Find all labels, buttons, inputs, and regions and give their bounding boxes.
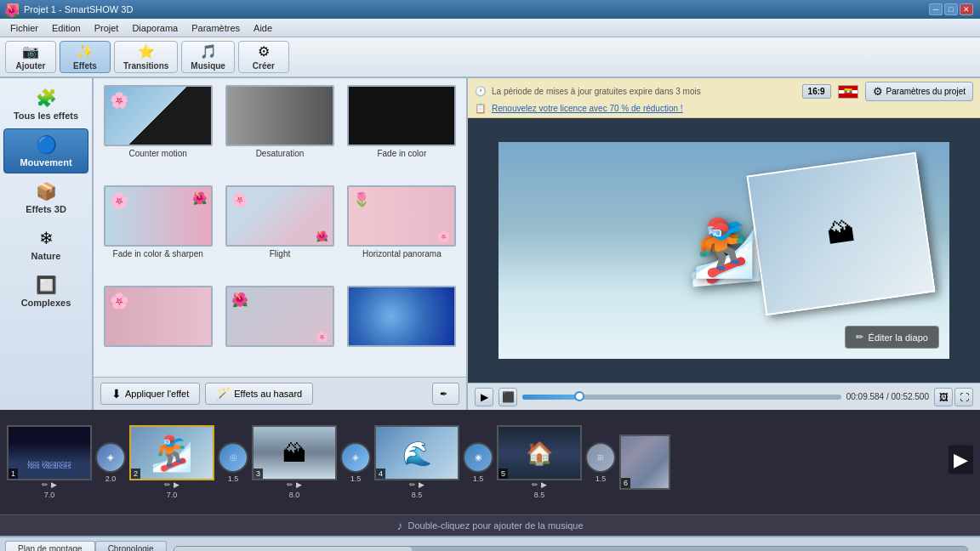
effect-flight[interactable]: 🌸 🌺 Flight: [222, 185, 337, 279]
params-label: Paramètres du projet: [886, 87, 966, 96]
transition-3[interactable]: ◈ 1.5: [339, 442, 373, 483]
notif-link[interactable]: Renouvelez votre licence avec 70 % de ré…: [492, 104, 683, 113]
slide-icons-1: ✏ ▶: [42, 480, 57, 489]
mouvement-icon: 🔵: [36, 134, 57, 155]
transition-icon-1: ◈: [107, 452, 114, 462]
thumbnail-view-button[interactable]: 🖼: [934, 388, 953, 406]
menubar: Fichier Edition Projet Diaporama Paramèt…: [0, 19, 980, 37]
transition-icon-4: ◉: [475, 452, 482, 462]
slide-thumb-3: 🏔 3: [252, 425, 337, 480]
menu-edition[interactable]: Edition: [45, 21, 88, 35]
category-mouvement[interactable]: 🔵 Mouvement: [3, 128, 88, 173]
transition-4[interactable]: ◉ 1.5: [461, 442, 495, 483]
slide-duration-5: 8.5: [534, 491, 545, 499]
category-nature[interactable]: ❄ Nature: [3, 222, 88, 267]
creer-button[interactable]: ⚙ Créer: [238, 41, 289, 73]
effect-fade-color[interactable]: Fade in color: [345, 85, 459, 179]
effect-name-desat: Desaturation: [256, 149, 305, 158]
bottom-tabs: Plan de montage Chronologie: [0, 536, 980, 551]
transition-icon-3: ◈: [352, 452, 359, 462]
category-complexes[interactable]: 🔲 Complexes: [3, 269, 88, 314]
random-icon: 🪄: [216, 387, 231, 400]
menu-parametres[interactable]: Paramètres: [185, 21, 247, 35]
slide-meta-1: ✏ ▶: [42, 480, 57, 489]
slide-item-3[interactable]: 🏔 3 ✏ ▶ 8.0: [252, 425, 337, 499]
ajouter-button[interactable]: 📷 Ajouter: [5, 41, 56, 73]
clear-effect-button[interactable]: ✒: [432, 383, 459, 405]
slide-duration-2: 7.0: [167, 491, 178, 499]
preview-image: 🏂 🏔 ✏ Éditer la diapo: [499, 142, 949, 359]
slide-icons-4: ✏ ▶: [409, 480, 424, 489]
effect-horizontal[interactable]: 🌷 🌸 Horizontal panorama: [345, 185, 459, 279]
effect-counter-motion[interactable]: 🌸 Counter motion: [100, 85, 215, 179]
slide-item-4[interactable]: 🌊 4 ✏ ▶ 8.5: [374, 425, 459, 499]
slide-item-5[interactable]: 🏠 5 ✏ ▶ 8.5: [497, 425, 582, 499]
fullscreen-button[interactable]: ⛶: [954, 388, 973, 406]
effect-fade-sharpen[interactable]: 🌸 🌺 Fade in color & sharpen: [100, 185, 215, 279]
musique-label: Musique: [191, 61, 225, 71]
ratio-button[interactable]: 16:9: [802, 84, 831, 99]
window-controls: ─ □ ✕: [929, 3, 973, 15]
transitions-button[interactable]: ⭐ Transitions: [114, 41, 178, 73]
creer-icon: ⚙: [258, 43, 270, 60]
tous-icon: 🧩: [36, 88, 57, 108]
category-tous[interactable]: 🧩 Tous les effets: [3, 82, 88, 127]
complexes-label: Complexes: [21, 298, 71, 308]
transition-1[interactable]: ◈ 2.0: [94, 442, 128, 483]
slide-image-4: 🌊: [402, 439, 432, 467]
effect-row3c[interactable]: ✦: [345, 286, 459, 370]
effets-button[interactable]: ✨ Effets: [60, 41, 111, 73]
menu-diaporama[interactable]: Diaporama: [125, 21, 185, 35]
transition-duration-4: 1.5: [473, 474, 484, 483]
close-button[interactable]: ✕: [960, 3, 973, 15]
params-button[interactable]: ⚙ Paramètres du projet: [865, 82, 973, 101]
progress-bar[interactable]: [522, 395, 841, 400]
mouvement-label: Mouvement: [20, 157, 71, 168]
tab-plan-montage[interactable]: Plan de montage: [5, 541, 95, 551]
music-text: Double-cliquez pour ajouter de la musiqu…: [407, 520, 583, 531]
maximize-button[interactable]: □: [944, 3, 958, 15]
music-bar[interactable]: ♪ Double-cliquez pour ajouter de la musi…: [0, 514, 980, 536]
transition-thumb-5: ⊞: [585, 442, 616, 473]
play-button[interactable]: ▶: [475, 388, 493, 406]
edit-diapo-button[interactable]: ✏ Éditer la diapo: [845, 326, 939, 349]
category-effets3d[interactable]: 📦 Effets 3D: [3, 175, 88, 220]
slide-thumb-6: 6: [619, 435, 670, 490]
slide-item-1[interactable]: Nos Vacances 1 ✏ ▶ 7.0: [7, 425, 92, 499]
apply-effect-button[interactable]: ⬇ Appliquer l'effet: [100, 383, 200, 405]
slide-thumb-4: 🌊 4: [374, 425, 459, 480]
preview-area: 🏂 🏔 ✏ Éditer la diapo: [468, 118, 980, 383]
timeline-area: Nos Vacances 1 ✏ ▶ 7.0 ◈ 2.0 🏂 2: [0, 410, 980, 536]
photo-overlay: 🏔: [747, 152, 936, 315]
slide-number-4: 4: [376, 469, 385, 479]
slide-duration-4: 8.5: [412, 491, 423, 499]
tab-chronologie[interactable]: Chronologie: [95, 541, 167, 551]
transition-duration-5: 1.5: [595, 474, 607, 483]
slide-meta-2: ✏ ▶: [164, 480, 179, 489]
minimize-button[interactable]: ─: [929, 3, 943, 15]
slide-meta-5: ✏ ▶: [532, 480, 547, 489]
menu-projet[interactable]: Projet: [88, 21, 126, 35]
ajouter-label: Ajouter: [16, 61, 46, 71]
menu-aide[interactable]: Aide: [247, 21, 279, 35]
transition-thumb-2: ◎: [218, 442, 248, 473]
transition-thumb-1: ◈: [95, 442, 126, 473]
slide-number-1: 1: [9, 469, 18, 479]
slide-item-6[interactable]: 6: [619, 435, 670, 490]
notif-text-1: La période de mises à jour gratuites exp…: [492, 87, 701, 96]
effect-row3a[interactable]: 🌸: [100, 286, 215, 370]
next-slide-arrow[interactable]: ▶: [949, 445, 973, 474]
slide-item-2[interactable]: 🏂 2 ✏ ▶ 7.0: [129, 425, 214, 499]
stop-button[interactable]: ⬛: [499, 388, 517, 406]
transitions-label: Transitions: [123, 61, 168, 71]
transition-5[interactable]: ⊞ 1.5: [584, 442, 618, 483]
effect-row3b[interactable]: 🌺 🌸: [222, 286, 337, 370]
progress-handle[interactable]: [574, 391, 584, 401]
effect-desaturation[interactable]: 🌺 Desaturation: [222, 85, 337, 179]
musique-button[interactable]: 🎵 Musique: [181, 41, 235, 73]
menu-fichier[interactable]: Fichier: [3, 21, 45, 35]
random-effect-button[interactable]: 🪄 Effets au hasard: [205, 383, 313, 405]
transition-2[interactable]: ◎ 1.5: [216, 442, 250, 483]
apply-label: Appliquer l'effet: [125, 389, 189, 399]
preview-panel: 🕐 La période de mises à jour gratuites e…: [468, 78, 980, 410]
